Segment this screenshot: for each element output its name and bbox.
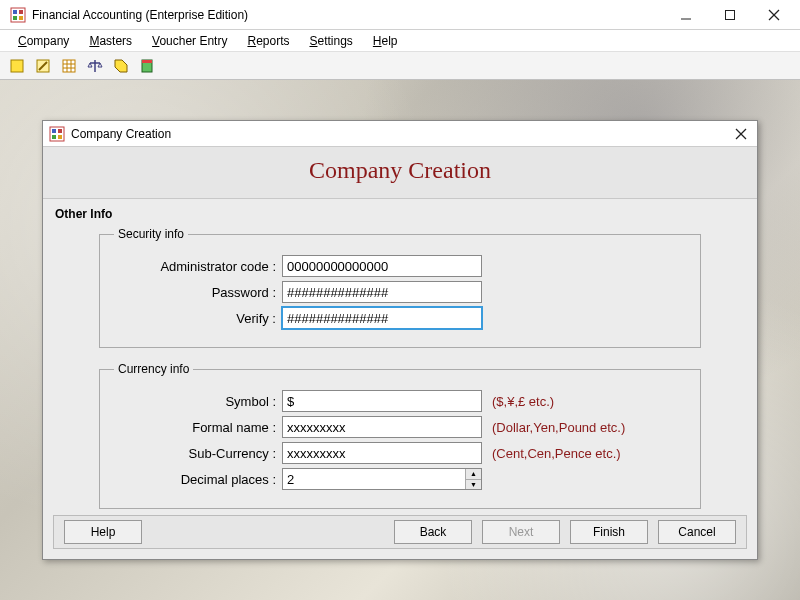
decimal-spin-down[interactable]: ▼: [465, 480, 481, 490]
toolbar-new-icon[interactable]: [6, 55, 28, 77]
security-info-group: Security info Administrator code : Passw…: [99, 227, 701, 348]
svg-rect-25: [58, 135, 62, 139]
sub-currency-hint: (Cent,Cen,Pence etc.): [492, 446, 621, 461]
menu-masters[interactable]: Masters: [79, 32, 142, 50]
menubar: Company Masters Voucher Entry Reports Se…: [0, 30, 800, 52]
section-other-info: Other Info: [53, 203, 747, 223]
toolbar-edit-icon[interactable]: [32, 55, 54, 77]
decimal-spin-up[interactable]: ▲: [465, 469, 481, 480]
dialog-icon: [49, 126, 65, 142]
formal-name-hint: (Dollar,Yen,Pound etc.): [492, 420, 625, 435]
svg-rect-9: [11, 60, 23, 72]
formal-name-input[interactable]: [282, 416, 482, 438]
verify-input[interactable]: [282, 307, 482, 329]
close-button[interactable]: [752, 0, 796, 30]
toolbar: [0, 52, 800, 80]
company-creation-dialog: Company Creation Company Creation Other …: [42, 120, 758, 560]
menu-company[interactable]: Company: [8, 32, 79, 50]
symbol-label: Symbol :: [114, 394, 282, 409]
decimal-places-input[interactable]: [282, 468, 482, 490]
verify-label: Verify :: [114, 311, 282, 326]
window-title: Financial Accounting (Enterprise Edition…: [32, 8, 664, 22]
svg-rect-24: [52, 135, 56, 139]
sub-currency-label: Sub-Currency :: [114, 446, 282, 461]
menu-reports[interactable]: Reports: [237, 32, 299, 50]
svg-rect-12: [63, 60, 75, 72]
currency-info-group: Currency info Symbol : ($,¥,£ etc.) Form…: [99, 362, 701, 509]
menu-settings[interactable]: Settings: [299, 32, 362, 50]
cancel-button[interactable]: Cancel: [658, 520, 736, 544]
svg-rect-22: [52, 129, 56, 133]
symbol-input[interactable]: [282, 390, 482, 412]
admin-code-label: Administrator code :: [114, 259, 282, 274]
help-button[interactable]: Help: [64, 520, 142, 544]
back-button[interactable]: Back: [394, 520, 472, 544]
toolbar-balance-icon[interactable]: [84, 55, 106, 77]
svg-rect-2: [19, 10, 23, 14]
minimize-button[interactable]: [664, 0, 708, 30]
dialog-heading: Company Creation: [43, 157, 757, 184]
admin-code-input[interactable]: [282, 255, 482, 277]
currency-legend: Currency info: [114, 362, 193, 376]
dialog-header: Company Creation: [43, 147, 757, 199]
finish-button[interactable]: Finish: [570, 520, 648, 544]
toolbar-grid-icon[interactable]: [58, 55, 80, 77]
svg-rect-4: [19, 16, 23, 20]
app-icon: [10, 7, 26, 23]
dialog-close-button[interactable]: [731, 124, 751, 144]
dialog-button-bar: Help Back Next Finish Cancel: [53, 515, 747, 549]
password-input[interactable]: [282, 281, 482, 303]
dialog-titlebar: Company Creation: [43, 121, 757, 147]
maximize-button[interactable]: [708, 0, 752, 30]
svg-rect-3: [13, 16, 17, 20]
next-button[interactable]: Next: [482, 520, 560, 544]
toolbar-tag-icon[interactable]: [110, 55, 132, 77]
svg-rect-20: [142, 60, 152, 63]
security-legend: Security info: [114, 227, 188, 241]
main-titlebar: Financial Accounting (Enterprise Edition…: [0, 0, 800, 30]
sub-currency-input[interactable]: [282, 442, 482, 464]
toolbar-report-icon[interactable]: [136, 55, 158, 77]
menu-help[interactable]: Help: [363, 32, 408, 50]
svg-rect-6: [726, 10, 735, 19]
svg-rect-23: [58, 129, 62, 133]
svg-rect-1: [13, 10, 17, 14]
workspace-background: Company Creation Company Creation Other …: [0, 80, 800, 600]
formal-name-label: Formal name :: [114, 420, 282, 435]
menu-voucher-entry[interactable]: Voucher Entry: [142, 32, 237, 50]
symbol-hint: ($,¥,£ etc.): [492, 394, 554, 409]
decimal-places-label: Decimal places :: [114, 472, 282, 487]
password-label: Password :: [114, 285, 282, 300]
dialog-title: Company Creation: [71, 127, 731, 141]
